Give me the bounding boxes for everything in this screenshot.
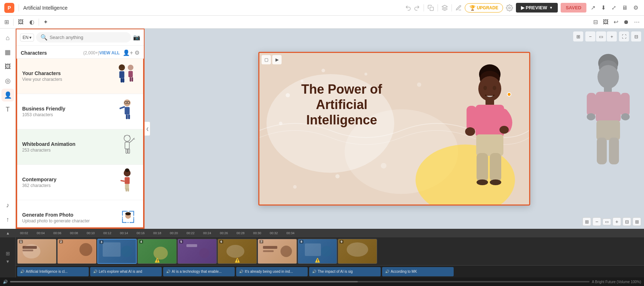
magic-button[interactable]: ✦ bbox=[42, 17, 49, 27]
svg-rect-29 bbox=[120, 180, 125, 182]
category-whiteboard-animation[interactable]: Whiteboard Animation 253 characters bbox=[17, 129, 143, 165]
slide-thumb-1[interactable]: 1 bbox=[17, 239, 57, 264]
category-your-characters[interactable]: Your Characters View your characters bbox=[17, 59, 143, 94]
fullscreen-button[interactable]: ⛶ bbox=[619, 31, 629, 41]
category-business-friendly[interactable]: Business Friendly 1053 characters bbox=[17, 94, 143, 129]
slide-thumb-8[interactable]: 8 ⚠️ bbox=[298, 239, 337, 264]
more-settings-button[interactable]: ⚙ bbox=[632, 3, 640, 13]
svg-point-78 bbox=[79, 243, 92, 256]
view-all-button[interactable]: VIEW ALL bbox=[99, 50, 120, 55]
svg-rect-21 bbox=[125, 142, 129, 149]
camera-icon[interactable]: 📷 bbox=[133, 34, 140, 41]
svg-point-20 bbox=[124, 135, 131, 142]
svg-rect-56 bbox=[476, 134, 503, 156]
zoom-in-button[interactable]: + bbox=[607, 31, 617, 41]
collapse-panel-button[interactable]: ❮ bbox=[145, 122, 150, 136]
sidebar-item-music[interactable]: ♪ bbox=[1, 199, 14, 212]
copy-icon[interactable] bbox=[428, 5, 434, 11]
audio-track-1[interactable]: 🔊 Artificial Intelligence is cl... bbox=[17, 267, 89, 276]
slide-canvas[interactable]: ▢ ▶ bbox=[258, 52, 530, 206]
undo-icon[interactable] bbox=[405, 5, 411, 11]
more-button[interactable]: ⋯ bbox=[633, 17, 641, 27]
main-content: ⌂ ▦ 🖼 ◎ 👤 T ♪ ↑ EN ▾ 🔍 📷 Characters (2,0… bbox=[0, 29, 644, 229]
view-options-button[interactable]: ⊟ bbox=[631, 31, 641, 41]
layers-icon[interactable] bbox=[441, 5, 448, 11]
timeline-collapse-button[interactable]: ▲ bbox=[6, 231, 10, 235]
audio-track-4[interactable]: 🔊 It's already being used in ind... bbox=[236, 267, 308, 276]
sidebar-item-upload[interactable]: ↑ bbox=[1, 213, 14, 226]
ruler-tick-5: 00:12 bbox=[99, 231, 116, 235]
grid-view-button[interactable]: ⊞ bbox=[573, 31, 583, 41]
resize-button[interactable]: ⤢ bbox=[610, 3, 618, 13]
sidebar-item-media[interactable]: 🖼 bbox=[1, 60, 14, 73]
audio-track-5[interactable]: 🔊 The impact of AI is sig bbox=[309, 267, 381, 276]
image-icon-button[interactable]: 🖼 bbox=[601, 18, 610, 27]
download-button[interactable]: ⬇ bbox=[600, 3, 607, 13]
audio-track-3[interactable]: 🔊 AI is a technology that enable... bbox=[163, 267, 235, 276]
sidebar-item-characters[interactable]: 👤 bbox=[1, 89, 14, 102]
view-toggle-button[interactable]: ⊟ bbox=[623, 217, 631, 226]
person-add-icon[interactable]: 👤+ bbox=[123, 49, 133, 56]
search-input[interactable] bbox=[50, 35, 127, 40]
sidebar-item-layers[interactable]: ▦ bbox=[1, 46, 14, 59]
bottom-file-label: 🔊 bbox=[3, 280, 8, 284]
language-button[interactable]: EN ▾ bbox=[20, 34, 34, 41]
right-align-button[interactable]: ⊟ bbox=[592, 17, 599, 27]
format-icon[interactable] bbox=[455, 5, 462, 11]
your-characters-img bbox=[113, 64, 138, 89]
divider4 bbox=[452, 4, 452, 11]
left-icon-sidebar: ⌂ ▦ 🖼 ◎ 👤 T ♪ ↑ bbox=[0, 29, 16, 229]
slide-thumb-5[interactable]: 5 bbox=[177, 239, 217, 264]
category-generate-from-photo[interactable]: Generate From Photo Upload photo to gene… bbox=[17, 200, 143, 228]
svg-rect-79 bbox=[103, 242, 121, 257]
canvas-wrapper: ⊞ − ▭ + ⛶ ⊟ ▢ ▶ bbox=[145, 29, 644, 229]
divider bbox=[19, 4, 19, 11]
frame-button[interactable]: ▭ bbox=[596, 31, 606, 41]
settings-small-icon[interactable]: ⚙ bbox=[135, 49, 140, 56]
slide-thumb-6[interactable]: 6 ⚠️ bbox=[218, 239, 257, 264]
audio-track-2[interactable]: 🔊 Let's explore what AI is and bbox=[90, 267, 162, 276]
svg-rect-76 bbox=[23, 246, 37, 249]
timeline-grid-icon[interactable]: ⊞ bbox=[6, 251, 10, 256]
sidebar-item-home[interactable]: ⌂ bbox=[1, 31, 14, 44]
grid-layout-button[interactable]: ⊞ bbox=[582, 217, 591, 226]
slide-thumb-2[interactable]: 2 bbox=[57, 239, 97, 264]
redo-icon[interactable] bbox=[414, 5, 420, 11]
image-fit-button[interactable]: 🖼 bbox=[16, 18, 25, 27]
slide-thumbnails-row: 1 2 bbox=[16, 237, 644, 266]
saved-button[interactable]: SAVED bbox=[561, 3, 586, 13]
share-button[interactable]: ↗ bbox=[589, 3, 597, 13]
grid-toggle-button2[interactable]: ⊞ bbox=[633, 217, 641, 226]
upgrade-button[interactable]: 🏆 UPGRADE bbox=[465, 3, 503, 13]
slide-thumb-3[interactable]: 3 bbox=[97, 239, 137, 264]
sidebar-item-shapes[interactable]: ◎ bbox=[1, 74, 14, 87]
canvas-area: ❮ ⊞ − ▭ + ⛶ ⊟ ▢ ▶ bbox=[145, 29, 644, 229]
zoom-out-button2[interactable]: − bbox=[592, 217, 601, 226]
svg-point-87 bbox=[280, 246, 292, 257]
audio-track-6[interactable]: 🔊 According to MK bbox=[382, 267, 454, 276]
svg-rect-73 bbox=[597, 138, 607, 164]
svg-rect-57 bbox=[477, 153, 488, 182]
slide-thumb-7[interactable]: 7 bbox=[258, 239, 297, 264]
grid-toggle-button[interactable]: ⊞ bbox=[3, 17, 10, 27]
record-button[interactable]: ⏺ bbox=[622, 18, 630, 27]
blend-button[interactable]: ◐ bbox=[28, 17, 36, 27]
preview-button[interactable]: ▶ PREVIEW ▼ bbox=[516, 3, 558, 13]
contemporary-img bbox=[113, 170, 138, 195]
svg-rect-14 bbox=[126, 114, 128, 119]
volume-bar[interactable] bbox=[10, 281, 590, 282]
svg-point-90 bbox=[347, 242, 368, 257]
svg-point-61 bbox=[483, 86, 487, 90]
timeline-area: ▲ 00:02 00:04 00:06 00:08 00:10 00:12 00… bbox=[0, 229, 644, 286]
zoom-in-button2[interactable]: + bbox=[613, 217, 621, 226]
slide-thumb-4[interactable]: 4 ⚠️ bbox=[137, 239, 177, 264]
timeline-down-icon[interactable]: ▾ bbox=[6, 258, 9, 264]
settings-icon[interactable] bbox=[506, 4, 513, 11]
present-button[interactable]: 🖥 bbox=[620, 3, 629, 13]
slide-thumb-9[interactable]: 9 bbox=[338, 239, 377, 264]
sidebar-item-text[interactable]: T bbox=[1, 103, 14, 116]
enter-button[interactable]: ↩ bbox=[612, 17, 620, 27]
zoom-out-button[interactable]: − bbox=[585, 31, 595, 41]
category-contemporary[interactable]: Contemporary 362 characters bbox=[17, 165, 143, 200]
toolbar-tools bbox=[405, 4, 462, 11]
